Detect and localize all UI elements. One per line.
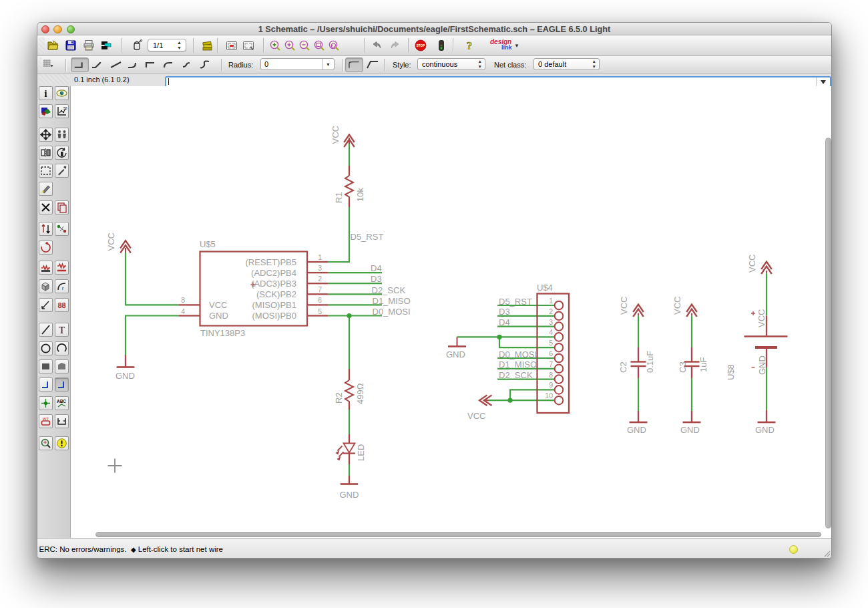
svg-text:D5_RST: D5_RST: [499, 297, 532, 307]
svg-text:GND: GND: [446, 349, 465, 359]
svg-text:58: 58: [63, 106, 67, 110]
svg-text:?: ?: [467, 39, 473, 51]
svg-text:(ADC2)PB4: (ADC2)PB4: [251, 268, 296, 278]
svg-text:7: 7: [318, 285, 322, 293]
svg-text:1uF: 1uF: [698, 357, 708, 372]
svg-text:2: 2: [318, 275, 322, 283]
svg-text:GND: GND: [755, 425, 775, 435]
svg-text:GND: GND: [680, 425, 700, 435]
svg-text:GND: GND: [340, 490, 359, 500]
svg-text:10: 10: [545, 392, 553, 400]
svg-text:1: 1: [549, 297, 553, 305]
svg-text:U$4: U$4: [537, 283, 553, 293]
svg-text:5: 5: [549, 339, 553, 347]
svg-text:T: T: [58, 325, 64, 335]
svg-text:GND: GND: [757, 355, 767, 375]
svg-text:VCC: VCC: [467, 411, 485, 421]
svg-text:8: 8: [549, 371, 553, 379]
svg-text:D3: D3: [371, 274, 382, 284]
svg-text:2: 2: [549, 307, 553, 315]
svg-text:VCC: VCC: [106, 233, 116, 251]
svg-text:WT: WT: [42, 417, 49, 421]
svg-text:D2_SCK: D2_SCK: [372, 285, 406, 295]
svg-text:D1_MISO: D1_MISO: [499, 359, 537, 369]
svg-text:D1_MISO: D1_MISO: [373, 296, 411, 306]
svg-text:GND: GND: [627, 425, 646, 435]
svg-text:D0_MOSI: D0_MOSI: [373, 307, 411, 317]
svg-text:88: 88: [57, 301, 65, 309]
svg-text:D4: D4: [371, 263, 382, 273]
svg-text:GND: GND: [209, 311, 228, 321]
svg-text:U$8: U$8: [726, 364, 736, 380]
svg-text:D3: D3: [499, 307, 510, 317]
svg-text:r: r: [62, 286, 64, 291]
svg-text:5: 5: [318, 307, 322, 315]
svg-text:(RESET)PB5: (RESET)PB5: [245, 257, 296, 267]
svg-text:9: 9: [549, 381, 553, 389]
svg-text:R1: R1: [334, 192, 344, 203]
svg-text:(MISO)PB1: (MISO)PB1: [252, 300, 296, 310]
svg-text:VCC: VCC: [747, 255, 757, 273]
svg-text:U$5: U$5: [200, 239, 216, 249]
svg-text:ABC: ABC: [56, 399, 65, 404]
svg-text:TINY138P3: TINY138P3: [200, 328, 245, 338]
svg-text:D5_RST: D5_RST: [351, 232, 384, 242]
svg-text:C2: C2: [618, 361, 628, 373]
svg-text:499Ω: 499Ω: [355, 383, 365, 404]
svg-text:GND: GND: [116, 371, 135, 381]
svg-text:STOP: STOP: [417, 44, 425, 47]
svg-text:D4: D4: [499, 317, 510, 327]
svg-text:(ADC3)PB3: (ADC3)PB3: [251, 279, 296, 289]
svg-text:0.1uF: 0.1uF: [645, 351, 655, 373]
svg-text:LED: LED: [356, 444, 366, 461]
svg-text:R2: R2: [334, 392, 344, 404]
svg-text:VCC: VCC: [331, 126, 341, 144]
svg-text:VCC: VCC: [619, 297, 629, 315]
svg-text:1: 1: [318, 253, 322, 261]
svg-text:4: 4: [549, 328, 553, 336]
svg-text:6: 6: [549, 349, 553, 357]
svg-text:D2_SCK: D2_SCK: [499, 370, 533, 380]
svg-text:D0_MOSI: D0_MOSI: [499, 349, 537, 359]
svg-text:7: 7: [549, 360, 553, 368]
svg-text:(SCK)PB2: (SCK)PB2: [256, 289, 296, 299]
svg-text:10k: 10k: [355, 188, 365, 202]
svg-text:VCC: VCC: [672, 297, 682, 315]
svg-text:4: 4: [181, 307, 185, 315]
svg-text:VCC: VCC: [209, 300, 227, 310]
svg-text:VCC: VCC: [756, 309, 767, 327]
svg-text:i: i: [44, 88, 47, 98]
svg-text:6: 6: [318, 296, 322, 304]
svg-text:3: 3: [318, 264, 322, 272]
svg-text:8: 8: [181, 296, 185, 304]
svg-text:(MOSI)PB0: (MOSI)PB0: [252, 311, 296, 321]
svg-text:C3: C3: [678, 361, 688, 373]
svg-text:3: 3: [549, 318, 553, 326]
